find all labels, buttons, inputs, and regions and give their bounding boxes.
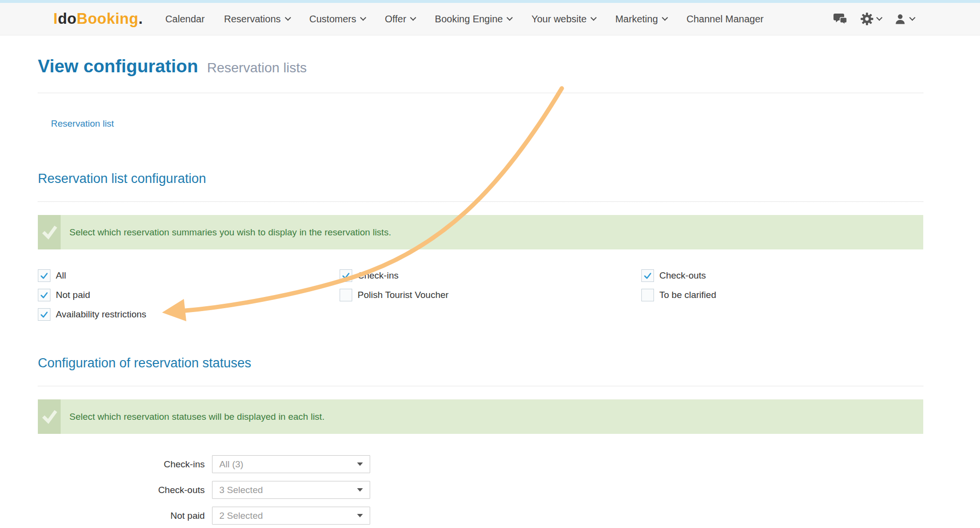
nav-item-label: Marketing bbox=[615, 14, 658, 25]
checkbox-grid: AllNot paidAvailability restrictions Che… bbox=[38, 269, 923, 328]
nav-item-calendar[interactable]: Calendar bbox=[165, 14, 205, 25]
nav-item-label: Channel Manager bbox=[686, 14, 764, 25]
dropdown-not-paid[interactable]: 2 Selected bbox=[212, 507, 370, 525]
checkbox-availability-restrictions[interactable] bbox=[38, 308, 50, 321]
chevron-down-icon bbox=[590, 15, 597, 21]
checkbox-all[interactable] bbox=[38, 269, 50, 282]
tab-reservation-list[interactable]: Reservation list bbox=[51, 118, 114, 129]
nav-item-label: Customers bbox=[310, 14, 357, 25]
banner-checkmark-icon bbox=[38, 399, 61, 434]
dropdown-value: All (3) bbox=[219, 459, 244, 470]
messages-icon bbox=[833, 13, 848, 25]
settings-icon bbox=[861, 13, 873, 25]
checkbox-check-outs[interactable] bbox=[641, 269, 654, 282]
nav-item-label: Your website bbox=[531, 14, 587, 25]
checkbox-row: Check-outs bbox=[641, 269, 923, 282]
nav-item-reservations[interactable]: Reservations bbox=[224, 14, 290, 25]
title-row: View configuration Reservation lists bbox=[38, 57, 923, 80]
status-row: Check-insAll (3) bbox=[38, 455, 923, 473]
checkbox-to-be-clarified[interactable] bbox=[641, 289, 654, 301]
checkbox-row: Availability restrictions bbox=[38, 308, 340, 321]
main-content: View configuration Reservation lists Res… bbox=[38, 57, 923, 525]
settings-button[interactable] bbox=[861, 13, 882, 25]
dropdown-caret-icon bbox=[357, 514, 363, 517]
checkbox-column: Check-insPolish Tourist Voucher bbox=[340, 269, 641, 328]
checkbox-label: All bbox=[56, 270, 66, 281]
checkbox-label: Polish Tourist Voucher bbox=[358, 290, 449, 300]
account-button[interactable] bbox=[894, 13, 915, 25]
logo[interactable]: IdoBooking. bbox=[53, 10, 143, 28]
chevron-down-icon bbox=[410, 15, 416, 21]
status-row: Not paid2 Selected bbox=[38, 507, 923, 525]
nav-item-channel-manager[interactable]: Channel Manager bbox=[686, 14, 764, 25]
info-banner-summaries: Select which reservation summaries you w… bbox=[38, 215, 923, 249]
checkbox-row: All bbox=[38, 269, 340, 282]
checkbox-row: Polish Tourist Voucher bbox=[340, 289, 641, 301]
checkbox-label: Check-outs bbox=[659, 270, 706, 281]
status-dropdowns: Check-insAll (3)Check-outs3 SelectedNot … bbox=[38, 455, 923, 525]
nav-item-booking-engine[interactable]: Booking Engine bbox=[435, 14, 512, 25]
dropdown-label: Check-ins bbox=[38, 459, 205, 470]
logo-part: . bbox=[139, 10, 143, 27]
banner-text: Select which reservation summaries you w… bbox=[61, 215, 391, 249]
dropdown-label: Not paid bbox=[38, 511, 205, 521]
checkbox-column: AllNot paidAvailability restrictions bbox=[38, 269, 340, 328]
checkbox-column: Check-outsTo be clarified bbox=[641, 269, 923, 328]
checkbox-row: Check-ins bbox=[340, 269, 641, 282]
dropdown-value: 3 Selected bbox=[219, 485, 263, 495]
info-banner-statuses: Select which reservation statuses will b… bbox=[38, 399, 923, 434]
banner-checkmark-icon bbox=[38, 215, 61, 249]
checkbox-label: To be clarified bbox=[659, 290, 716, 300]
chevron-down-icon bbox=[876, 15, 882, 21]
divider bbox=[38, 201, 923, 202]
checkbox-label: Availability restrictions bbox=[56, 309, 147, 320]
logo-part: do bbox=[58, 10, 77, 27]
dropdown-check-outs[interactable]: 3 Selected bbox=[212, 481, 370, 499]
messages-button[interactable] bbox=[833, 13, 848, 25]
nav-items: CalendarReservationsCustomersOfferBookin… bbox=[165, 14, 764, 25]
nav-item-marketing[interactable]: Marketing bbox=[615, 14, 667, 25]
dropdown-caret-icon bbox=[357, 488, 363, 492]
banner-text: Select which reservation statuses will b… bbox=[61, 399, 325, 434]
chevron-down-icon bbox=[360, 15, 366, 21]
nav-item-your-website[interactable]: Your website bbox=[531, 14, 596, 25]
nav-item-label: Booking Engine bbox=[435, 14, 503, 25]
top-navbar: IdoBooking. CalendarReservationsCustomer… bbox=[0, 3, 980, 35]
chevron-down-icon bbox=[285, 15, 291, 21]
chevron-down-icon bbox=[507, 15, 513, 21]
section-heading-summaries: Reservation list configuration bbox=[38, 171, 923, 187]
section-heading-statuses: Configuration of reservation statuses bbox=[38, 355, 923, 371]
checkbox-label: Check-ins bbox=[358, 270, 398, 281]
logo-part: Booking bbox=[77, 10, 139, 27]
dropdown-caret-icon bbox=[357, 462, 363, 466]
checkmark-icon bbox=[40, 310, 49, 319]
nav-item-label: Calendar bbox=[165, 14, 205, 25]
checkmark-icon bbox=[40, 291, 49, 299]
page-title: View configuration bbox=[38, 56, 198, 76]
page-subtitle: Reservation lists bbox=[207, 60, 307, 75]
checkbox-polish-tourist-voucher[interactable] bbox=[340, 289, 352, 301]
dropdown-value: 2 Selected bbox=[219, 511, 263, 521]
checkbox-not-paid[interactable] bbox=[38, 289, 50, 301]
checkbox-label: Not paid bbox=[56, 290, 90, 300]
checkmark-icon bbox=[342, 271, 350, 280]
divider bbox=[38, 386, 923, 386]
checkbox-check-ins[interactable] bbox=[340, 269, 352, 282]
checkmark-icon bbox=[643, 271, 652, 280]
checkmark-icon bbox=[40, 271, 49, 280]
nav-item-label: Offer bbox=[385, 14, 406, 25]
chevron-down-icon bbox=[662, 15, 668, 21]
dropdown-check-ins[interactable]: All (3) bbox=[212, 455, 370, 473]
nav-item-customers[interactable]: Customers bbox=[310, 14, 366, 25]
nav-icons bbox=[833, 13, 915, 25]
checkbox-row: Not paid bbox=[38, 289, 340, 301]
account-icon bbox=[894, 13, 906, 25]
nav-item-label: Reservations bbox=[224, 14, 281, 25]
divider bbox=[38, 93, 923, 93]
checkbox-row: To be clarified bbox=[641, 289, 923, 301]
chevron-down-icon bbox=[909, 15, 915, 21]
nav-item-offer[interactable]: Offer bbox=[385, 14, 415, 25]
dropdown-label: Check-outs bbox=[38, 485, 205, 495]
logo-part: I bbox=[53, 10, 58, 27]
status-row: Check-outs3 Selected bbox=[38, 481, 923, 499]
